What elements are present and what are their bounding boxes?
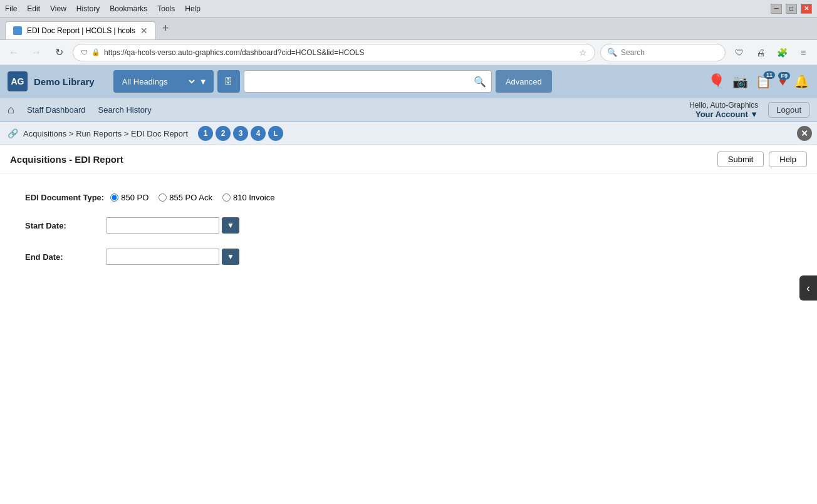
dropdown-arrow-icon: ▼ bbox=[199, 77, 207, 86]
end-date-calendar-button[interactable]: ▼ bbox=[222, 249, 239, 265]
balloon-icon: 🎈 bbox=[708, 73, 725, 90]
breadcrumb-bar: 🔗 Acquisitions > Run Reports > EDI Doc R… bbox=[0, 122, 817, 145]
user-info: Hello, Auto-Graphics Your Account ▼ bbox=[689, 101, 758, 119]
radio-855poack-label: 855 PO Ack bbox=[169, 193, 212, 202]
lock-icon: 🔒 bbox=[91, 48, 100, 56]
browser-search-input[interactable] bbox=[621, 48, 709, 57]
window-controls: ─ □ ✕ bbox=[771, 4, 812, 14]
bell-icon-tool[interactable]: 🔔 bbox=[794, 74, 809, 89]
breadcrumb-steps: 1 2 3 4 L bbox=[198, 126, 283, 141]
breadcrumb-path: Acquisitions > Run Reports > EDI Doc Rep… bbox=[23, 129, 188, 138]
menu-bookmarks[interactable]: Bookmarks bbox=[110, 4, 147, 13]
heading-select[interactable]: All Headings Keyword Author Title Subjec… bbox=[120, 76, 197, 87]
address-bar: ← → ↻ 🛡 🔒 https://qa-hcols-verso.auto-gr… bbox=[0, 40, 817, 65]
help-button[interactable]: Help bbox=[769, 152, 807, 167]
bell-icon: 🔔 bbox=[794, 74, 809, 89]
start-date-wrap: ▼ bbox=[107, 217, 239, 234]
side-panel-toggle[interactable]: ‹ bbox=[799, 275, 817, 301]
minimize-button[interactable]: ─ bbox=[771, 4, 782, 14]
shield-toolbar-icon[interactable]: 🛡 bbox=[731, 44, 748, 61]
list-icon-tool[interactable]: 📋 11 bbox=[756, 74, 771, 89]
menu-history[interactable]: History bbox=[76, 4, 100, 13]
reload-button[interactable]: ↻ bbox=[50, 44, 68, 61]
radio-810invoice[interactable]: 810 Invoice bbox=[222, 193, 275, 202]
end-date-label: End Date: bbox=[25, 252, 100, 262]
menu-file[interactable]: File bbox=[5, 4, 17, 13]
logout-button[interactable]: Logout bbox=[768, 102, 809, 118]
tab-bar: EDI Doc Report | HCOLS | hcols ✕ + bbox=[0, 18, 817, 40]
app-logo: AG bbox=[8, 71, 28, 91]
new-tab-button[interactable]: + bbox=[156, 18, 175, 39]
step-1-button[interactable]: 1 bbox=[198, 126, 213, 141]
start-date-input[interactable] bbox=[107, 217, 219, 234]
toolbar-right: 🛡 🖨 🧩 ≡ bbox=[731, 44, 812, 61]
menu-help[interactable]: Help bbox=[185, 4, 200, 13]
security-icon: 🛡 bbox=[81, 49, 88, 56]
start-date-label: Start Date: bbox=[25, 221, 100, 230]
database-icon: 🗄 bbox=[224, 77, 232, 86]
breadcrumb-icon: 🔗 bbox=[8, 128, 18, 138]
doc-type-label: EDI Document Type: bbox=[25, 193, 104, 202]
close-panel-button[interactable]: ✕ bbox=[797, 126, 812, 141]
tab-title: EDI Doc Report | HCOLS | hcols bbox=[27, 26, 135, 35]
menu-tools[interactable]: Tools bbox=[157, 4, 175, 13]
balloon-icon-tool[interactable]: 🎈 bbox=[708, 73, 725, 90]
f9-badge: F9 bbox=[778, 72, 790, 80]
camera-icon: 📷 bbox=[732, 74, 748, 89]
radio-855poack-input[interactable] bbox=[159, 193, 167, 202]
tab-close-button[interactable]: ✕ bbox=[140, 26, 148, 36]
end-date-wrap: ▼ bbox=[107, 249, 239, 265]
user-account-link[interactable]: Your Account ▼ bbox=[689, 110, 758, 119]
staff-dashboard-link[interactable]: Staff Dashboard bbox=[27, 105, 86, 115]
step-4-button[interactable]: 4 bbox=[251, 126, 266, 141]
search-section: All Headings Keyword Author Title Subjec… bbox=[113, 70, 552, 93]
start-date-calendar-button[interactable]: ▼ bbox=[222, 217, 239, 234]
radio-850po[interactable]: 850 PO bbox=[110, 193, 148, 202]
step-3-button[interactable]: 3 bbox=[233, 126, 248, 141]
address-box[interactable]: 🛡 🔒 https://qa-hcols-verso.auto-graphics… bbox=[73, 44, 595, 61]
account-label: Your Account bbox=[695, 110, 748, 119]
menu-edit[interactable]: Edit bbox=[27, 4, 40, 13]
forward-button[interactable]: → bbox=[28, 44, 45, 61]
page-actions: Submit Help bbox=[717, 152, 807, 167]
radio-855poack[interactable]: 855 PO Ack bbox=[159, 193, 212, 202]
back-button[interactable]: ← bbox=[5, 44, 23, 61]
start-date-row: Start Date: ▼ bbox=[25, 217, 792, 234]
user-greeting: Hello, Auto-Graphics bbox=[689, 101, 758, 110]
app-navbar: ⌂ Staff Dashboard Search History Hello, … bbox=[0, 98, 817, 122]
heading-type-dropdown[interactable]: All Headings Keyword Author Title Subjec… bbox=[113, 70, 214, 93]
end-date-input[interactable] bbox=[107, 249, 219, 265]
calendar-icon: ▼ bbox=[227, 221, 234, 230]
close-button[interactable]: ✕ bbox=[801, 4, 812, 14]
browser-search-bar[interactable]: 🔍 bbox=[600, 44, 726, 61]
search-input[interactable] bbox=[249, 77, 474, 86]
library-name: Demo Library bbox=[34, 76, 95, 87]
heart-icon-tool[interactable]: ♥ F9 bbox=[779, 75, 786, 89]
radio-810invoice-label: 810 Invoice bbox=[233, 193, 275, 202]
tab-favicon bbox=[13, 26, 22, 35]
end-date-row: End Date: ▼ bbox=[25, 249, 792, 265]
search-go-button[interactable]: 🔍 bbox=[474, 76, 486, 88]
radio-850po-input[interactable] bbox=[110, 193, 118, 202]
print-icon[interactable]: 🖨 bbox=[752, 44, 769, 61]
nav-right: Hello, Auto-Graphics Your Account ▼ Logo… bbox=[689, 101, 809, 119]
home-button[interactable]: ⌂ bbox=[8, 103, 14, 116]
menu-button[interactable]: ≡ bbox=[794, 44, 812, 61]
menu-view[interactable]: View bbox=[50, 4, 66, 13]
search-history-link[interactable]: Search History bbox=[98, 105, 152, 115]
submit-button[interactable]: Submit bbox=[717, 152, 764, 167]
active-tab[interactable]: EDI Doc Report | HCOLS | hcols ✕ bbox=[5, 21, 156, 39]
opac-icon-tool[interactable]: 📷 bbox=[732, 74, 748, 89]
bookmark-star-icon[interactable]: ☆ bbox=[579, 48, 587, 58]
step-2-button[interactable]: 2 bbox=[216, 126, 231, 141]
account-dropdown-icon: ▼ bbox=[750, 110, 758, 119]
maximize-button[interactable]: □ bbox=[786, 4, 797, 14]
list-badge: 11 bbox=[764, 71, 775, 79]
database-icon-button[interactable]: 🗄 bbox=[217, 70, 240, 93]
radio-810invoice-input[interactable] bbox=[222, 193, 231, 202]
advanced-button[interactable]: Advanced bbox=[496, 70, 552, 93]
page-content: 🔗 Acquisitions > Run Reports > EDI Doc R… bbox=[0, 122, 817, 454]
extensions-icon[interactable]: 🧩 bbox=[773, 44, 791, 61]
page-title: Acquisitions - EDI Report bbox=[10, 154, 123, 165]
step-l-button[interactable]: L bbox=[268, 126, 283, 141]
